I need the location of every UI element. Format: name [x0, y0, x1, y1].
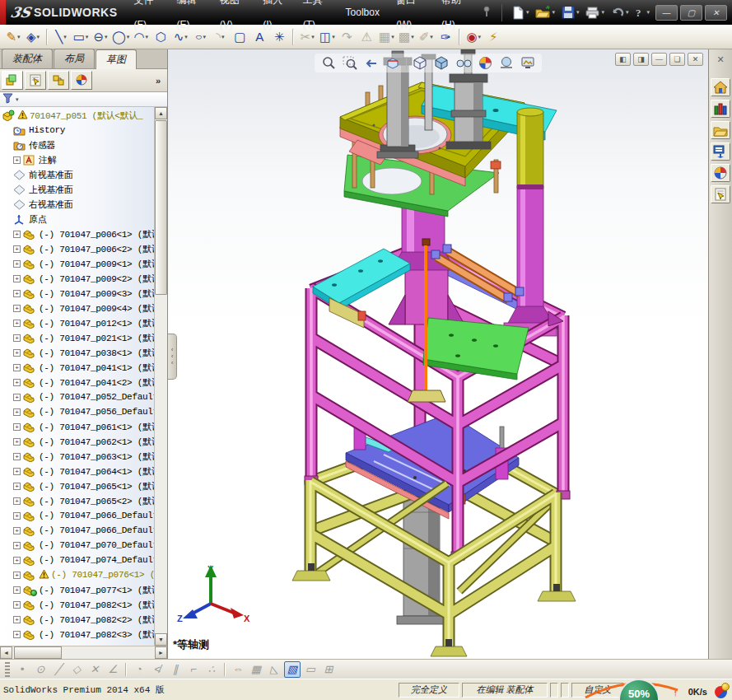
snap-angle-grid-icon[interactable]: ◺: [266, 661, 282, 678]
sketch-fillet-icon[interactable]: ◝: [211, 27, 229, 47]
expand-icon[interactable]: +: [13, 453, 21, 460]
snap-midpoint-icon[interactable]: ◇: [68, 661, 85, 678]
tree-item[interactable]: + (-) 701047_p00: [0, 241, 154, 256]
centerpoint-arc-icon[interactable]: ◠: [132, 27, 150, 47]
tree-item[interactable]: + 右视基准面: [0, 197, 154, 212]
tree-item[interactable]: + (-) 701047_p06: [0, 434, 154, 449]
tree-item[interactable]: + 上视基准面: [0, 182, 154, 197]
tree-horizontal-scrollbar[interactable]: ◄ ►: [0, 646, 167, 659]
tree-item[interactable]: + (-) 701047_p00: [0, 271, 154, 286]
tree-item[interactable]: + (-) 701047_p02: [0, 330, 154, 345]
display-manager-icon[interactable]: [71, 71, 92, 90]
command-tab[interactable]: 草图: [96, 49, 137, 69]
tree-item[interactable]: + (-) 701047_p05: [0, 404, 154, 419]
tree-vertical-scrollbar[interactable]: ▲ ▼: [154, 107, 167, 646]
convert-entities-icon[interactable]: ▢: [231, 27, 249, 47]
tree-item[interactable]: + (-) 701047_p04: [0, 375, 154, 390]
expand-icon[interactable]: +: [13, 586, 21, 594]
tree-item[interactable]: + 701047_p051 (: [0, 108, 154, 123]
menu-item[interactable]: Toolbox: [338, 0, 388, 25]
tree-item[interactable]: + (-) 701047_p00: [0, 226, 154, 241]
snap-intersection-icon[interactable]: ✕: [86, 661, 103, 678]
scroll-thumb[interactable]: [155, 120, 167, 295]
tree-item[interactable]: + 原点: [0, 212, 154, 226]
view-palette-icon[interactable]: [711, 142, 730, 161]
expand-icon[interactable]: +: [13, 245, 21, 253]
motion-study-icon[interactable]: ◉: [464, 27, 483, 47]
expand-icon[interactable]: +: [13, 601, 21, 609]
window-maximize-button[interactable]: ▢: [680, 5, 702, 21]
scroll-left-icon[interactable]: ◄: [0, 646, 12, 659]
expand-icon[interactable]: +: [13, 631, 21, 638]
tree-item[interactable]: + (-) 701047_p07: [0, 553, 154, 567]
expand-icon[interactable]: +: [13, 572, 21, 579]
expand-icon[interactable]: +: [13, 320, 21, 327]
child-restore-icon[interactable]: ❏: [669, 53, 685, 66]
sketch-icon[interactable]: ✎: [4, 27, 22, 47]
expand-icon[interactable]: +: [13, 364, 21, 371]
expand-icon[interactable]: +: [13, 394, 21, 401]
toolbar-icon[interactable]: [459, 29, 460, 45]
zoom-fit-icon[interactable]: [319, 54, 338, 72]
child-close-icon[interactable]: ✕: [688, 53, 703, 66]
menu-pin-icon[interactable]: [482, 6, 492, 20]
overlay-ball-icon[interactable]: [715, 686, 727, 698]
child-minimize-icon[interactable]: —: [651, 53, 667, 66]
pane-right-icon[interactable]: ◨: [633, 53, 649, 66]
scroll-down-icon[interactable]: ▼: [155, 633, 167, 646]
expand-icon[interactable]: +: [13, 275, 21, 282]
tree-item[interactable]: + (-) 701047_p08: [0, 612, 154, 627]
straight-slot-icon[interactable]: ⊖: [91, 27, 110, 47]
snap-line-icon[interactable]: ╱: [50, 661, 67, 678]
tree-item[interactable]: + (-) 701047_p00: [0, 256, 154, 271]
view-settings-icon[interactable]: [518, 54, 538, 72]
move-component-icon[interactable]: ↷: [338, 27, 356, 47]
zoom-area-icon[interactable]: [340, 54, 360, 72]
toolbar-icon[interactable]: [292, 29, 294, 45]
scroll-thumb-horizontal[interactable]: [14, 646, 62, 659]
configuration-manager-icon[interactable]: [48, 71, 69, 90]
expand-icon[interactable]: +: [13, 423, 21, 431]
display-relations-icon[interactable]: ✳: [270, 27, 288, 47]
grid-settings-icon[interactable]: ▦: [248, 661, 264, 678]
expand-icon[interactable]: +: [13, 231, 21, 238]
command-tab[interactable]: 布局: [54, 49, 95, 68]
snap-points-icon[interactable]: ∴: [203, 661, 220, 678]
help-icon[interactable]: ? ▾: [632, 5, 652, 20]
expand-icon[interactable]: +: [13, 512, 21, 520]
pane-left-icon[interactable]: ◧: [615, 53, 631, 66]
new-document-icon[interactable]: ▾: [510, 4, 532, 21]
expand-icon[interactable]: +: [13, 408, 21, 416]
expand-icon[interactable]: +: [13, 379, 21, 386]
window-close-button[interactable]: ✕: [705, 5, 727, 21]
smart-dimension-icon[interactable]: ◈: [24, 27, 42, 47]
toolbar-drag-handle[interactable]: [5, 662, 10, 677]
property-manager-icon[interactable]: [25, 71, 46, 90]
snap-parallel-icon[interactable]: ∥: [167, 661, 184, 678]
expand-icon[interactable]: +: [13, 468, 21, 475]
tree-item[interactable]: + (-) 701047_p05: [0, 390, 154, 404]
tree-item[interactable]: + (-) 701047_p06: [0, 508, 154, 523]
tree-item[interactable]: + (-) 701047_p08: [0, 627, 154, 642]
snap-nearest-icon[interactable]: ≮: [149, 661, 166, 678]
edit-appearance-icon[interactable]: [476, 54, 495, 72]
apply-scene-icon[interactable]: [497, 54, 516, 72]
tree-item[interactable]: + (-) 701047_p00: [0, 286, 154, 301]
expand-icon[interactable]: +: [13, 497, 21, 505]
home-icon[interactable]: [711, 78, 730, 96]
close-icon[interactable]: ✕: [716, 54, 724, 65]
panel-more-chevron[interactable]: »: [156, 76, 166, 86]
circle-icon[interactable]: ◯: [111, 27, 130, 47]
snap-perpendicular-icon[interactable]: ⌐: [185, 661, 202, 678]
design-library-icon[interactable]: [711, 100, 730, 118]
tree-item[interactable]: + (-) 701047_p07: [0, 567, 154, 582]
line-icon[interactable]: ╲: [52, 27, 70, 47]
scroll-right-icon[interactable]: ►: [155, 646, 167, 659]
expand-icon[interactable]: +: [13, 305, 21, 312]
undo-icon[interactable]: ▾: [608, 5, 632, 20]
snap-angle-icon[interactable]: ∠: [105, 661, 121, 678]
scroll-up-icon[interactable]: ▲: [155, 107, 167, 119]
display-style-icon[interactable]: [431, 54, 451, 72]
save-icon[interactable]: ▾: [559, 4, 582, 21]
linear-pattern-icon[interactable]: ▦: [377, 27, 395, 47]
